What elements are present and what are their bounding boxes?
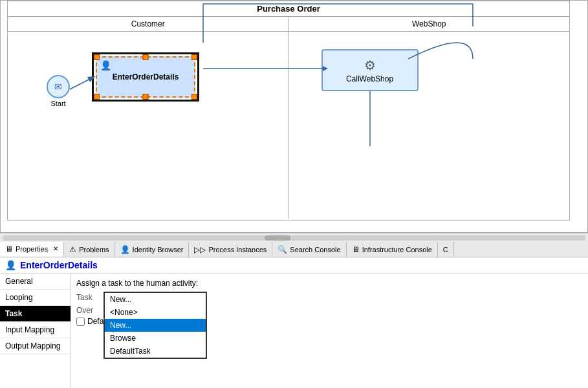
tab-infrastructure-console[interactable]: 🖥 Infrastructure Console [347, 242, 438, 257]
nav-input-mapping[interactable]: Input Mapping [0, 322, 71, 338]
properties-tab-icon: 🖥 [5, 244, 13, 253]
tab-search-console[interactable]: 🔍 Search Console [272, 242, 346, 257]
tab-problems[interactable]: ⚠ Problems [64, 242, 114, 257]
handle-bl [94, 94, 100, 100]
handle-br [191, 94, 197, 100]
tab-more-label: C [443, 246, 448, 253]
nav-output-mapping[interactable]: Output Mapping [0, 338, 71, 354]
process-instances-tab-icon: ▷▷ [194, 245, 206, 254]
task-field-label: Task [76, 293, 102, 302]
handle-tr [191, 54, 197, 60]
lane-customer: Customer ✉ Start 👤 EnterOrderDetails [8, 17, 289, 219]
search-console-tab-icon: 🔍 [278, 245, 287, 254]
scrollbar-thumb[interactable] [265, 235, 290, 241]
tab-process-instances[interactable]: ▷▷ Process Instances [189, 242, 272, 257]
webshop-connector-svg [289, 17, 570, 219]
swimlane-title: Purchase Order [8, 1, 569, 17]
svg-line-0 [70, 77, 94, 89]
properties-close-icon[interactable]: ✕ [53, 245, 58, 252]
nav-general[interactable]: General [0, 274, 71, 290]
tab-problems-label: Problems [79, 246, 109, 253]
call-webshop-label: CallWebShop [346, 74, 393, 83]
dropdown-browse[interactable]: Browse [105, 332, 206, 345]
properties-title-text: EnterOrderDetails [20, 260, 98, 270]
start-node[interactable]: ✉ Start [47, 75, 70, 107]
properties-title-person-icon: 👤 [5, 260, 16, 270]
identity-browser-tab-icon: 👤 [120, 245, 130, 254]
tab-search-console-label: Search Console [290, 246, 340, 253]
handle-tl [94, 54, 100, 60]
tab-identity-browser[interactable]: 👤 Identity Browser [115, 242, 190, 257]
swimlane-lanes: Customer ✉ Start 👤 EnterOrderDetails [8, 17, 569, 219]
infrastructure-console-tab-icon: 🖥 [352, 245, 360, 254]
dropdown-none[interactable]: <None> [105, 306, 206, 319]
connector-svg [8, 17, 289, 219]
default-task-checkbox[interactable] [76, 318, 85, 326]
prop-nav: General Looping Task Input Mapping Outpu… [0, 274, 71, 388]
nav-task[interactable]: Task [0, 306, 71, 322]
dropdown-new2[interactable]: New... [105, 319, 206, 332]
enter-order-task[interactable]: 👤 EnterOrderDetails [92, 52, 199, 102]
lane-webshop: WebShop ⚙ CallWebShop [289, 17, 570, 219]
diagram-area: Purchase Order Customer ✉ Start 👤 EnterO… [0, 0, 588, 233]
tab-more[interactable]: C [438, 242, 454, 257]
swimlane-container: Purchase Order Customer ✉ Start 👤 EnterO… [7, 1, 570, 221]
enter-order-label: EnterOrderDetails [113, 72, 179, 81]
start-label: Start [50, 100, 65, 107]
dropdown-default-task[interactable]: DefaultTask [105, 345, 206, 358]
tab-properties-label: Properties [16, 245, 48, 253]
tab-infrastructure-console-label: Infrastructure Console [362, 246, 432, 253]
tab-properties[interactable]: 🖥 Properties ✕ [0, 242, 64, 257]
tab-identity-browser-label: Identity Browser [133, 246, 184, 253]
call-webshop-task[interactable]: ⚙ CallWebShop [321, 49, 419, 91]
dropdown-new1[interactable]: New... [105, 293, 206, 306]
lane-customer-header: Customer [8, 17, 289, 32]
nav-looping[interactable]: Looping [0, 290, 71, 306]
handle-tc [143, 54, 149, 60]
properties-title-row: 👤 EnterOrderDetails [0, 257, 588, 274]
properties-panel: 👤 EnterOrderDetails General Looping Task… [0, 257, 588, 388]
tab-bar: 🖥 Properties ✕ ⚠ Problems 👤 Identity Bro… [0, 242, 588, 257]
prop-content: Assign a task to the human activity: Tas… [71, 274, 588, 388]
handle-bc [143, 94, 149, 100]
assign-label: Assign a task to the human activity: [76, 279, 583, 288]
call-webshop-icon: ⚙ [364, 58, 376, 73]
start-circle-icon: ✉ [47, 75, 70, 98]
task-dropdown[interactable]: New... <None> New... Browse DefaultTask [103, 292, 207, 359]
lane-webshop-header: WebShop [289, 17, 570, 32]
scrollbar-track[interactable] [3, 235, 585, 241]
properties-body: General Looping Task Input Mapping Outpu… [0, 274, 588, 388]
task-person-icon: 👤 [100, 60, 111, 70]
tab-process-instances-label: Process Instances [208, 246, 267, 253]
diagram-scrollbar[interactable] [0, 233, 588, 242]
problems-tab-icon: ⚠ [69, 245, 76, 254]
